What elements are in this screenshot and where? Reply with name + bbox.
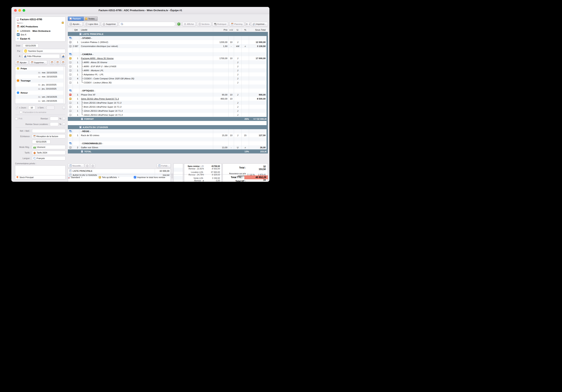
par-field[interactable]: YGYasmine Guyon [23, 49, 66, 53]
group-row[interactable]: - CONSOMMABLES - [68, 141, 267, 145]
location-lza-value: 37 650,00 [204, 171, 220, 173]
item-row[interactable]: 1 6mm ZEISS UltraPrime Super 16 T1.3 J [68, 101, 267, 105]
sections-button[interactable]: Sections [197, 22, 211, 26]
group-row[interactable]: - RÉGIE - [68, 129, 267, 133]
phase-date-row[interactable]: auven. 24/10/2025 [15, 99, 65, 103]
pick-recipient-button[interactable] [61, 54, 66, 58]
new-section-button[interactable]: Nouvelle... [68, 163, 84, 168]
apply-remise-sl-button[interactable]: → [62, 123, 66, 126]
section-total-row[interactable]: TOTAL 13% 153,50 [68, 149, 268, 154]
section-total-row[interactable]: FORFAIT 25% NET32 000,00 [68, 117, 268, 121]
phase-empty-row[interactable] [15, 103, 65, 104]
group-row[interactable]: - OPTIQUES - [68, 89, 267, 93]
item-row[interactable]: 4 CODEX - Carte Compact Drive 1920 GB (A… [68, 77, 267, 80]
phase-tool-button-3[interactable] [61, 60, 66, 65]
phase-date-row[interactable]: aumer. 15/10/2025 [15, 75, 65, 78]
phase-date-row[interactable]: aujeu. 23/10/2025 [15, 87, 65, 91]
xsem-field[interactable] [47, 106, 55, 110]
table-scrollbar[interactable] [267, 32, 268, 154]
phase-tool-button-1[interactable] [50, 60, 54, 65]
echeance-label: Échéance : [15, 135, 31, 137]
section-header-row[interactable]: AJOUTS DU 17/10/2025 [68, 125, 268, 129]
calc-icon [158, 164, 161, 167]
add-line-button[interactable]: Ajouter... [68, 22, 83, 26]
group-row[interactable]: - STUDIO - [68, 36, 267, 40]
mode-reglement-field[interactable]: Virement [32, 145, 66, 149]
item-row[interactable]: 1 ARRI - Monture LPL J [68, 68, 267, 72]
search-input[interactable] [119, 22, 176, 26]
product-icon [69, 102, 71, 104]
phase-color-dot [17, 67, 19, 70]
ref-field[interactable] [32, 129, 66, 133]
forfait-button[interactable]: Forfait... [157, 163, 171, 168]
item-row[interactable]: 1 12mm ZEISS UltraPrime Super 16 T1.3 J [68, 109, 267, 113]
phases-list[interactable]: Prépadumer. 15/10/2025aumer. 15/10/2025T… [15, 66, 66, 104]
afficher-button[interactable]: Afficher [182, 22, 196, 26]
phase-delete-button[interactable]: Supprimer... [29, 60, 47, 65]
remise-sl-field[interactable] [50, 122, 59, 126]
print-button[interactable]: Imprimer... [251, 22, 268, 26]
phase-row[interactable]: Retour [15, 91, 65, 95]
tab-textes[interactable]: Textes [84, 17, 97, 21]
print-model-dropdown[interactable]: Standard▾ [68, 176, 82, 179]
section-summary-row[interactable]: LISTE PRINCIPALE 32 000,00 [68, 169, 171, 173]
validate-button[interactable] [176, 22, 181, 26]
date-field[interactable]: 02/11/2025 [23, 44, 38, 47]
apply-days-button[interactable]: → [62, 106, 66, 109]
free-line-button[interactable]: Ligne libre [84, 22, 100, 26]
delete-line-button[interactable]: Supprimer [101, 22, 117, 26]
echeance-field[interactable]: Réception de la facture [32, 134, 66, 138]
item-row[interactable]: 2 087 Consommation électrique (sur relev… [68, 44, 267, 48]
echeance-date-field[interactable]: 02/11/2025 [32, 140, 50, 144]
empty-row[interactable] [68, 48, 267, 52]
recipient-field[interactable]: Félix Pifoumax [23, 54, 60, 58]
sans-remise-value: 41706,50 [204, 165, 220, 167]
item-row[interactable]: 1 14mm ZEISS UltraPrime Super 16 T1.3 J [68, 113, 267, 117]
item-row[interactable]: 1 Phase One XF90,00 10J 900,00 [68, 93, 267, 97]
pin-icon [16, 176, 19, 179]
planning-button[interactable]: Planning [229, 22, 244, 26]
section-header-row[interactable]: LISTE PRINCIPALE [68, 32, 268, 36]
phase-date-row[interactable]: dujeu. 16/10/2025 [15, 83, 65, 87]
item-row[interactable]: 1 Rack de 50 cintres15,00 10J 15127,50 [68, 133, 267, 137]
phase-tool-button-2[interactable] [55, 60, 60, 65]
empty-row[interactable] [68, 85, 267, 89]
item-row[interactable]: 1 Package ARRI - Alexa 35 Xtreme1700,00 … [68, 56, 267, 60]
rubriquer-icon [214, 23, 216, 25]
item-row[interactable]: 1 Série ZEISS Ultra Prime Super16 T1.385… [68, 97, 267, 101]
phases-scrollbar[interactable] [63, 67, 65, 104]
item-row[interactable]: 1 Adaptateur PL - LPL J [68, 72, 267, 77]
phase-row[interactable]: Tournage [15, 78, 65, 83]
phase-add-button[interactable]: Ajouter [15, 60, 28, 65]
commentaires-field[interactable] [15, 165, 66, 176]
group-row[interactable]: - CAMERA - [68, 52, 267, 56]
rubriquer-button[interactable]: Rubriquer [212, 22, 228, 26]
stock-field[interactable]: Stock Principal [15, 175, 66, 179]
tab-facture[interactable]: Facture [68, 17, 84, 21]
item-row[interactable]: 2 Gaffer noir 50mm13,00 -U ø26,00 [68, 145, 267, 149]
item-row[interactable]: 1 ARRI - Alexa 35 Xtreme J [68, 60, 267, 64]
display-mode-dropdown[interactable]: Tels qu'affichés▾ [99, 176, 119, 179]
print-total-checkbox[interactable] [134, 176, 136, 179]
item-row[interactable]: 1 CODEX - Lecteur (Alexa 35) J [68, 80, 267, 85]
reset-days-button[interactable]: ↺ [15, 106, 18, 109]
settings-button[interactable]: ⚙▾ [245, 22, 250, 26]
empty-row[interactable] [68, 137, 267, 141]
print-total-checkbox-row[interactable]: Imprimer le total hors remise [134, 176, 165, 179]
section-tool-button-2[interactable] [90, 163, 95, 168]
apply-remise-button[interactable]: → [62, 117, 66, 120]
section-tool-button-1[interactable] [85, 163, 90, 168]
xjours-field[interactable]: 10 [28, 106, 35, 110]
pret-checkbox[interactable] [15, 117, 18, 120]
title-bar: Facture #2511-0795 : ADC Productions - W… [11, 7, 269, 14]
facturation-semaine-checkbox[interactable] [20, 111, 22, 113]
remise-field[interactable] [50, 117, 59, 121]
item-row[interactable]: 1 Location Plateau 1 (300m2)1200,00 10J … [68, 40, 267, 44]
phase-date-row[interactable]: duven. 24/10/2025 [15, 95, 65, 99]
phase-date-row[interactable]: dumer. 15/10/2025 [15, 70, 65, 75]
item-row[interactable]: 1 ARRI - EVF MVF-2 - Mini LF/A35 J [68, 64, 267, 68]
phase-row[interactable]: Prépa [15, 67, 65, 70]
tarifs-field[interactable]: Tarifs 2024 [32, 151, 66, 155]
langue-field[interactable]: Français [32, 156, 66, 160]
item-row[interactable]: 1 8mm ZEISS UltraPrime Super 16 T1.3 J [68, 105, 267, 109]
